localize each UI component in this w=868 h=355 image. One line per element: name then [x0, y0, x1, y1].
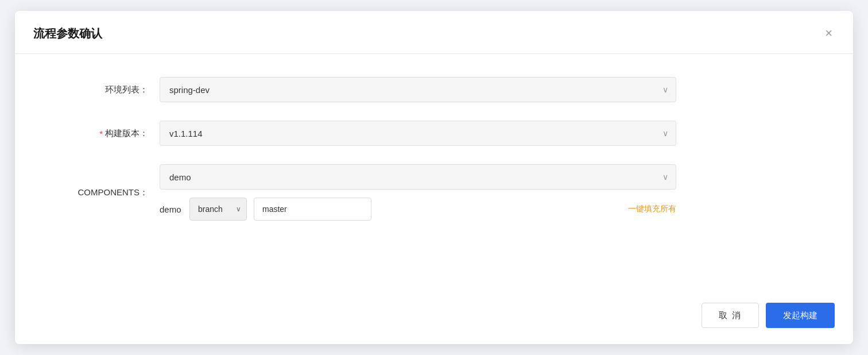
- dialog-footer: 取 消 发起构建: [15, 291, 853, 344]
- build-select[interactable]: v1.1.114 v1.1.113 v1.1.112: [160, 121, 676, 146]
- components-field: demo service-a service-b ∨ demo branch t…: [160, 164, 676, 221]
- dialog-header: 流程参数确认 ×: [15, 11, 853, 54]
- components-select-wrapper: demo service-a service-b ∨: [160, 164, 676, 190]
- dialog-body: 环境列表： spring-dev spring-prod spring-test…: [15, 54, 853, 291]
- build-field: v1.1.114 v1.1.113 v1.1.112 ∨: [160, 121, 676, 146]
- close-button[interactable]: ×: [823, 25, 835, 42]
- build-row: * 构建版本： v1.1.114 v1.1.113 v1.1.112 ∨: [33, 121, 835, 146]
- branch-select[interactable]: branch tag commit: [189, 198, 247, 221]
- cancel-button[interactable]: 取 消: [702, 303, 759, 328]
- components-row: COMPONENTS： demo service-a service-b ∨ d…: [33, 164, 835, 221]
- dialog-title: 流程参数确认: [33, 26, 102, 41]
- required-star: *: [99, 129, 103, 138]
- branch-select-wrapper: branch tag commit ∨: [189, 198, 247, 221]
- submit-button[interactable]: 发起构建: [766, 303, 835, 328]
- components-select[interactable]: demo service-a service-b: [160, 164, 676, 190]
- build-label: * 构建版本：: [33, 128, 160, 139]
- dialog: 流程参数确认 × 环境列表： spring-dev spring-prod sp…: [15, 11, 853, 344]
- env-select-wrapper: spring-dev spring-prod spring-test ∨: [160, 77, 676, 102]
- env-select[interactable]: spring-dev spring-prod spring-test: [160, 77, 676, 102]
- env-row: 环境列表： spring-dev spring-prod spring-test…: [33, 77, 835, 102]
- fill-all-button[interactable]: 一键填充所有: [628, 204, 676, 214]
- sub-row: demo branch tag commit ∨ 一键填充所有: [160, 198, 676, 221]
- env-label: 环境列表：: [33, 84, 160, 95]
- build-select-wrapper: v1.1.114 v1.1.113 v1.1.112 ∨: [160, 121, 676, 146]
- sub-component-name: demo: [160, 204, 183, 214]
- env-field: spring-dev spring-prod spring-test ∨: [160, 77, 676, 102]
- components-label: COMPONENTS：: [33, 187, 160, 198]
- master-input[interactable]: [254, 198, 371, 221]
